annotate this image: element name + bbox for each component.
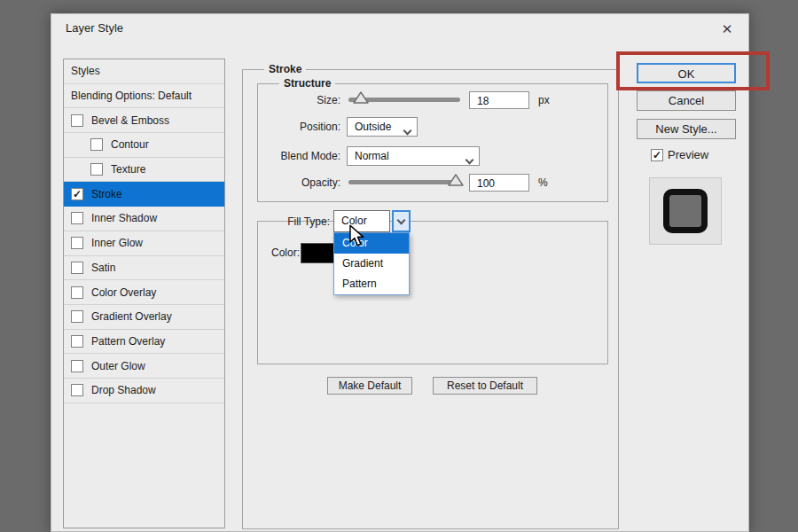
sidebar-item-bevel-emboss[interactable]: Bevel & Emboss	[64, 108, 224, 133]
close-icon[interactable]: ✕	[716, 20, 738, 39]
checkbox-icon[interactable]	[71, 262, 83, 274]
chevron-down-icon	[466, 153, 473, 166]
sidebar-item-label: Color Overlay	[91, 286, 156, 299]
dropdown-option-gradient[interactable]: Gradient	[334, 254, 409, 274]
sidebar-item-inner-shadow[interactable]: Inner Shadow	[64, 207, 224, 231]
sidebar-item-inner-glow[interactable]: Inner Glow	[64, 231, 224, 256]
opacity-unit: %	[538, 176, 548, 189]
sidebar-item-gradient-overlay[interactable]: Gradient Overlay	[64, 305, 224, 330]
chevron-down-icon	[404, 124, 411, 137]
cancel-button[interactable]: Cancel	[637, 90, 736, 111]
sidebar-item-label: Stroke	[91, 188, 122, 200]
checkbox-icon[interactable]	[71, 212, 83, 224]
position-label: Position:	[243, 121, 340, 133]
checkbox-icon[interactable]	[71, 114, 83, 127]
opacity-value-field[interactable]	[469, 174, 529, 192]
checkbox-icon[interactable]	[71, 237, 83, 249]
size-label: Size:	[243, 94, 340, 106]
sidebar-item-label: Bevel & Emboss	[91, 114, 169, 127]
blend-mode-label: Blend Mode:	[243, 150, 340, 162]
sidebar-header-label: Styles	[71, 65, 100, 77]
dialog-title: Layer Style	[66, 21, 123, 35]
dropdown-option-color[interactable]: Color	[334, 233, 409, 254]
styles-sidebar: Styles Blending Options: DefaultBevel & …	[63, 59, 225, 528]
sidebar-item-stroke[interactable]: ✓Stroke	[64, 182, 224, 207]
checkbox-icon[interactable]	[71, 335, 83, 348]
sidebar-item-outer-glow[interactable]: Outer Glow	[64, 354, 224, 379]
checkbox-icon[interactable]	[90, 163, 103, 176]
position-dropdown[interactable]: Outside	[347, 117, 418, 137]
checkbox-icon[interactable]	[71, 360, 83, 372]
screen-background: Layer Style ✕ Styles Blending Options: D…	[0, 0, 798, 532]
size-slider-thumb[interactable]	[353, 91, 369, 104]
sidebar-item-blending-options-default[interactable]: Blending Options: Default	[64, 84, 224, 109]
fill-type-label: Fill Type:	[232, 215, 330, 228]
sidebar-item-color-overlay[interactable]: Color Overlay	[64, 280, 224, 305]
opacity-slider[interactable]	[348, 180, 460, 184]
structure-group-legend: Structure	[279, 77, 335, 90]
sidebar-item-label: Blending Options: Default	[71, 90, 192, 102]
checkbox-icon[interactable]	[71, 310, 83, 323]
sidebar-item-label: Inner Shadow	[91, 212, 157, 224]
sidebar-item-pattern-overlay[interactable]: Pattern Overlay	[64, 330, 224, 355]
checkbox-icon[interactable]	[71, 286, 83, 299]
reset-to-default-button[interactable]: Reset to Default	[433, 377, 537, 395]
sidebar-item-label: Gradient Overlay	[91, 310, 172, 323]
sidebar-item-label: Satin	[91, 262, 115, 274]
sidebar-item-drop-shadow[interactable]: Drop Shadow	[64, 379, 224, 403]
preview-checkbox-icon[interactable]: ✓	[651, 149, 663, 161]
sidebar-item-label: Outer Glow	[91, 360, 145, 372]
checkbox-icon[interactable]	[71, 384, 83, 396]
stroke-color-label: Color:	[202, 246, 300, 259]
checkbox-icon[interactable]: ✓	[71, 188, 83, 200]
sidebar-item-label: Pattern Overlay	[91, 335, 165, 348]
stroke-preview-shape	[663, 189, 708, 233]
sidebar-item-label: Inner Glow	[91, 237, 143, 249]
preview-toggle[interactable]: ✓ Preview	[651, 148, 708, 161]
fill-type-combobox[interactable]: Color	[333, 210, 390, 232]
opacity-label: Opacity:	[243, 176, 340, 189]
new-style-button[interactable]: New Style...	[637, 119, 736, 139]
style-preview-thumbnail	[649, 177, 722, 245]
size-unit: px	[538, 94, 550, 106]
fill-type-dropdown-list: ColorGradientPattern	[333, 232, 410, 295]
layer-style-dialog: Layer Style ✕ Styles Blending Options: D…	[51, 13, 749, 532]
sidebar-item-label: Drop Shadow	[91, 384, 156, 396]
sidebar-item-label: Texture	[111, 163, 145, 176]
chevron-down-icon	[397, 215, 406, 224]
ok-button[interactable]: OK	[637, 63, 736, 83]
sidebar-item-texture[interactable]: Texture	[64, 158, 224, 183]
dropdown-option-pattern[interactable]: Pattern	[334, 274, 409, 294]
opacity-slider-thumb[interactable]	[448, 174, 464, 186]
fill-type-combobox-value: Color	[341, 215, 367, 227]
stroke-group-legend: Stroke	[264, 63, 306, 75]
make-default-button[interactable]: Make Default	[327, 377, 412, 395]
checkbox-icon[interactable]	[90, 138, 103, 151]
sidebar-header-styles[interactable]: Styles	[64, 59, 224, 84]
stroke-color-swatch[interactable]	[301, 243, 336, 263]
size-value-field[interactable]	[469, 91, 529, 109]
sidebar-item-label: Contour	[111, 138, 149, 151]
blend-mode-dropdown-value: Normal	[355, 150, 389, 162]
sidebar-item-contour[interactable]: Contour	[64, 133, 224, 158]
position-dropdown-value: Outside	[355, 121, 391, 133]
preview-label: Preview	[668, 148, 708, 161]
sidebar-item-satin[interactable]: Satin	[64, 256, 224, 281]
fill-type-combobox-arrow[interactable]	[392, 210, 411, 232]
blend-mode-dropdown[interactable]: Normal	[347, 146, 480, 166]
